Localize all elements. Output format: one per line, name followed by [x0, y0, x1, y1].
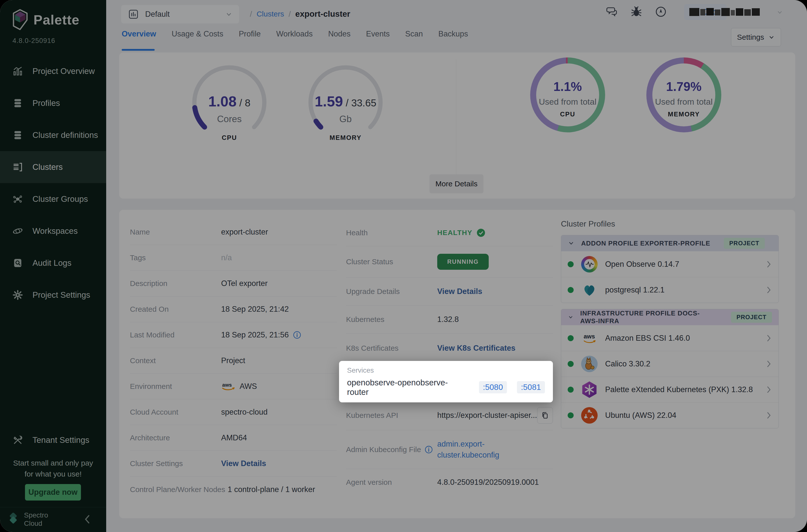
- tab-events[interactable]: Events: [366, 30, 390, 40]
- sidebar-nav: Project Overview Profiles Cluster defini…: [0, 55, 106, 311]
- status-dot: [568, 361, 574, 367]
- profile-layer-pxk[interactable]: Palette eXtended Kubernetes (PXK) 1.32.8: [561, 377, 778, 402]
- project-selector[interactable]: Default: [121, 5, 239, 23]
- svg-text:aws: aws: [584, 333, 595, 340]
- chevron-right-icon: [766, 260, 772, 268]
- screen: Palette 4.8.0-250916 Project Overview Pr…: [0, 0, 807, 532]
- sidebar-item-label: Cluster Groups: [33, 194, 88, 204]
- tenant-settings-icon: [12, 434, 23, 446]
- breadcrumb-clusters-link[interactable]: Clusters: [257, 10, 284, 18]
- app-window: Palette 4.8.0-250916 Project Overview Pr…: [0, 0, 807, 532]
- feedback-chat-button[interactable]: [606, 5, 618, 18]
- memory-donut-label: MEMORY: [646, 110, 721, 118]
- addon-profile-group: ADDON PROFILE EXPORTER-PROFILE PROJECT O…: [561, 235, 779, 303]
- sidebar-divider: [0, 507, 106, 507]
- details-middle-column: Health HEALTHY Cluster Status RUNNING Up…: [346, 219, 553, 495]
- active-tab-indicator: [122, 49, 155, 51]
- main-area: Default Clusters export-cluster Docs: [106, 0, 807, 532]
- chevron-down-icon: [568, 240, 575, 247]
- memory-gauge: 1.59 / 33.65 Gb MEMORY: [304, 65, 387, 150]
- cluster-tabs: Overview Usage & Costs Profile Workloads…: [122, 30, 468, 40]
- services-highlight-card: Services openobserve-openobserve-router …: [339, 361, 553, 402]
- promo-line-1: Start small and only pay: [5, 458, 101, 469]
- sidebar-item-cluster-definitions[interactable]: Cluster definitions: [0, 119, 106, 151]
- breadcrumb: Clusters export-cluster: [250, 6, 350, 21]
- info-icon[interactable]: [425, 445, 433, 454]
- sidebar-item-label: Workspaces: [33, 226, 78, 236]
- detail-row-architecture: ArchitectureAMD64: [130, 425, 337, 451]
- breadcrumb-separator: [288, 10, 291, 19]
- profile-layer-open-observe[interactable]: Open Observe 0.14.7: [561, 251, 778, 277]
- detail-row-last-modified: Last Modified18 Sep 2025, 21:56: [130, 322, 337, 348]
- profile-layer-calico[interactable]: Calico 3.30.2: [561, 351, 778, 377]
- sidebar-item-audit-logs[interactable]: Audit Logs: [0, 247, 106, 279]
- service-name: openobserve-openobserve-router: [347, 378, 469, 397]
- tab-backups[interactable]: Backups: [438, 30, 468, 40]
- chevron-down-icon: [776, 9, 783, 16]
- detail-row-nodes: Control Plane/Worker Nodes1 control-plan…: [130, 477, 337, 502]
- status-dot: [568, 287, 574, 293]
- chevron-down-icon: [225, 11, 232, 18]
- explore-compass-button[interactable]: [655, 5, 667, 18]
- service-port-5081-link[interactable]: :5081: [517, 381, 545, 393]
- collapse-sidebar-icon[interactable]: [84, 514, 91, 524]
- detail-row-admin-kubeconfig: Admin Kubeconfig File admin.export-clust…: [346, 430, 553, 469]
- tab-overview[interactable]: Overview: [122, 30, 156, 40]
- layers-icon: [12, 129, 23, 141]
- detail-row-upgrade-details: Upgrade Details View Details: [346, 278, 553, 305]
- cluster-settings-view-details-link[interactable]: View Details: [221, 459, 266, 468]
- sidebar-item-project-overview[interactable]: Project Overview: [0, 55, 106, 87]
- tab-profile[interactable]: Profile: [239, 30, 261, 40]
- info-icon[interactable]: [293, 331, 301, 339]
- aws-logo-icon: aws: [221, 381, 236, 392]
- addon-profile-header[interactable]: ADDON PROFILE EXPORTER-PROFILE PROJECT: [561, 235, 778, 251]
- service-port-5080-link[interactable]: :5080: [479, 381, 507, 393]
- status-dot: [568, 387, 574, 393]
- detail-row-agent-version: Agent version 4.8.0-250919/20250919.0001: [346, 469, 553, 495]
- chevron-down-icon: [568, 314, 574, 321]
- detail-row-health: Health HEALTHY: [346, 219, 553, 246]
- detail-row-kubernetes-api: Kubernetes API https://export-cluster-ap…: [346, 400, 553, 430]
- tab-usage-costs[interactable]: Usage & Costs: [172, 30, 223, 40]
- profile-layer-postgresql[interactable]: postgresql 1.22.1: [561, 277, 778, 303]
- chevron-right-icon: [766, 286, 772, 294]
- memory-total: 33.65: [351, 97, 376, 108]
- sidebar-item-label: Profiles: [33, 98, 60, 108]
- report-bug-button[interactable]: [630, 5, 643, 18]
- sidebar-item-workspaces[interactable]: Workspaces: [0, 215, 106, 247]
- services-label: Services: [347, 366, 545, 374]
- project-badge: PROJECT: [724, 238, 765, 249]
- settings-button[interactable]: Settings: [731, 28, 781, 46]
- more-details-button[interactable]: More Details: [430, 174, 484, 193]
- copy-api-url-button[interactable]: [537, 407, 553, 424]
- tab-nodes[interactable]: Nodes: [328, 30, 351, 40]
- upgrade-now-button[interactable]: Upgrade now: [25, 484, 81, 500]
- brand-name: Spectro Cloud: [24, 511, 48, 528]
- sidebar-item-project-settings[interactable]: Project Settings: [0, 279, 106, 311]
- sidebar-item-cluster-groups[interactable]: Cluster Groups: [0, 183, 106, 215]
- bar-chart-icon: [12, 65, 23, 77]
- memory-usage-donut: 1.79% Used from total MEMORY: [646, 57, 721, 132]
- detail-row-cloud-account: Cloud Accountspectro-cloud: [130, 399, 337, 425]
- tab-workloads[interactable]: Workloads: [276, 30, 313, 40]
- detail-row-created-on: Created On18 Sep 2025, 21:42: [130, 297, 337, 322]
- view-k8s-certificates-link[interactable]: View K8s Certificates: [437, 344, 515, 353]
- cpu-unit: Cores: [188, 114, 270, 125]
- sidebar-item-profiles[interactable]: Profiles: [0, 87, 106, 119]
- upgrade-view-details-link[interactable]: View Details: [437, 287, 482, 296]
- cpu-gauge-label: CPU: [188, 134, 270, 141]
- profile-layer-ubuntu[interactable]: Ubuntu (AWS) 22.04: [561, 402, 778, 428]
- cpu-donut-label: CPU: [530, 110, 605, 118]
- sidebar-item-label: Tenant Settings: [33, 435, 90, 445]
- cluster-profiles-title: Cluster Profiles: [561, 219, 779, 229]
- tab-scan[interactable]: Scan: [405, 30, 423, 40]
- bug-icon: [630, 5, 643, 18]
- kubernetes-api-url: https://export-cluster-apiser...: [437, 411, 537, 420]
- kubeconfig-download-link[interactable]: admin.export-cluster.kubeconfig: [437, 439, 520, 460]
- profile-layer-ebs-csi[interactable]: aws Amazon EBS CSI 1.46.0: [561, 325, 778, 351]
- sidebar-item-clusters[interactable]: Clusters: [0, 151, 106, 183]
- sidebar-item-tenant-settings[interactable]: Tenant Settings: [0, 428, 106, 453]
- user-menu[interactable]: [689, 7, 783, 18]
- sidebar-item-label: Audit Logs: [33, 258, 72, 268]
- infrastructure-profile-header[interactable]: INFRASTRUCTURE PROFILE DOCS-AWS-INFRA PR…: [561, 309, 778, 325]
